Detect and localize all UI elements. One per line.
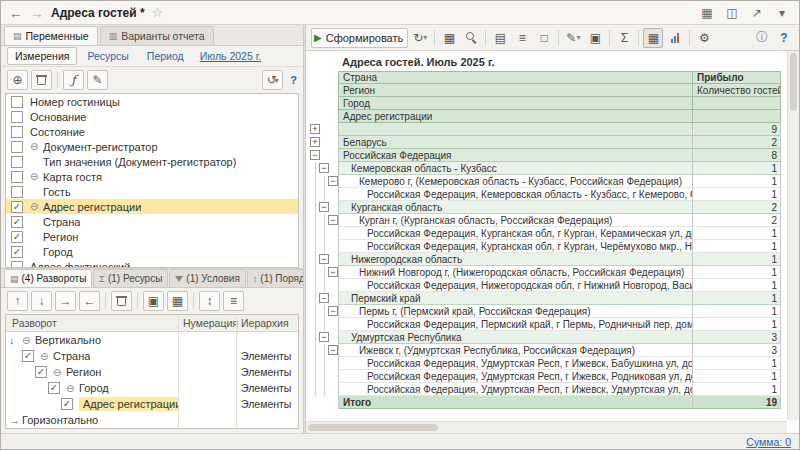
delete-row-button[interactable] bbox=[111, 291, 132, 311]
formula-button[interactable]: ƒ bbox=[63, 70, 84, 90]
report-row[interactable]: Итого19 bbox=[308, 396, 781, 409]
export-button[interactable]: ▦ bbox=[439, 28, 459, 48]
collapse-icon[interactable]: − bbox=[310, 150, 320, 160]
tab-dimensions[interactable]: Измерения bbox=[7, 47, 77, 65]
add-button[interactable]: ⊕ bbox=[7, 70, 28, 90]
checkbox[interactable]: ✓ bbox=[61, 398, 73, 410]
report-row[interactable]: Российская Федерация, Кемеровская област… bbox=[308, 188, 781, 201]
forward-icon[interactable]: → bbox=[30, 6, 44, 20]
report-row[interactable]: −Курганская область2 bbox=[308, 201, 781, 214]
generate-button[interactable]: ▶ Сформировать bbox=[311, 28, 408, 48]
expand-icon[interactable]: + bbox=[310, 137, 320, 147]
structure-row[interactable]: ↓⊖Вертикально bbox=[6, 332, 298, 348]
collapse-icon[interactable]: − bbox=[328, 306, 338, 316]
copy-report-button[interactable]: ▣ bbox=[585, 28, 605, 48]
report-row[interactable]: +9 bbox=[308, 123, 781, 136]
tab-report-variants[interactable]: ▥ Варианты отчета bbox=[100, 26, 214, 45]
sort-button[interactable]: ↕ bbox=[199, 291, 220, 311]
report-row[interactable]: Российская Федерация, Удмуртская Респ, г… bbox=[308, 357, 781, 370]
checkbox[interactable]: ✓ bbox=[11, 246, 23, 258]
checkbox[interactable]: ✓ bbox=[11, 201, 23, 213]
checkbox[interactable]: ✓ bbox=[48, 382, 60, 394]
settings-button[interactable]: ⚙ bbox=[694, 28, 714, 48]
columns-button[interactable]: ▦ bbox=[167, 291, 188, 311]
dimension-row[interactable]: Гость bbox=[6, 184, 298, 199]
tab-resources[interactable]: Ресурсы bbox=[79, 47, 136, 65]
checkbox[interactable]: ✓ bbox=[22, 350, 34, 362]
dimension-row[interactable]: ⊖Карта гостя bbox=[6, 169, 298, 184]
collapse-icon[interactable]: ⊖ bbox=[30, 201, 43, 212]
list-settings-button[interactable]: ≡ bbox=[223, 291, 244, 311]
dimension-row[interactable]: Состояние bbox=[6, 124, 298, 139]
dimension-row[interactable]: Тип значения (Документ-регистратор) bbox=[6, 154, 298, 169]
checkbox[interactable] bbox=[11, 261, 23, 269]
indent-right-button[interactable]: → bbox=[55, 291, 76, 311]
collapse-icon[interactable]: − bbox=[319, 332, 329, 342]
report-row[interactable]: Российская Федерация, Нижегородская обл,… bbox=[308, 279, 781, 292]
edit-button[interactable]: ✎ bbox=[87, 70, 108, 90]
report-row[interactable]: −Российская Федерация8 bbox=[308, 149, 781, 162]
checkbox[interactable] bbox=[11, 111, 23, 123]
dimension-row[interactable]: ✓Город bbox=[6, 244, 298, 259]
pin-window-icon[interactable]: ◫ bbox=[723, 4, 741, 22]
help-link[interactable]: ? bbox=[290, 74, 297, 86]
dimension-row[interactable]: ✓Регион bbox=[6, 229, 298, 244]
chart-view-button[interactable] bbox=[665, 28, 685, 48]
collapse-icon[interactable]: − bbox=[319, 293, 329, 303]
dimension-row[interactable]: ✓⊖Адрес регистрации bbox=[6, 199, 298, 214]
dimension-row[interactable]: Основание bbox=[6, 109, 298, 124]
period-link[interactable]: Июль 2025 г. bbox=[200, 50, 261, 62]
checkbox[interactable] bbox=[11, 96, 23, 108]
collapse-icon[interactable]: − bbox=[328, 345, 338, 355]
report-row[interactable]: −Нижний Новгород г, (Нижегородская облас… bbox=[308, 266, 781, 279]
report-row[interactable]: Российская Федерация, Удмуртская Респ, г… bbox=[308, 370, 781, 383]
checkbox[interactable]: ✓ bbox=[35, 366, 47, 378]
sum-link[interactable]: Сумма: 0 bbox=[746, 436, 791, 448]
report-row[interactable]: −Пермский край1 bbox=[308, 292, 781, 305]
structure-row[interactable]: ✓⊖СтранаЭлементы bbox=[6, 348, 298, 364]
collapse-icon[interactable]: − bbox=[328, 215, 338, 225]
horizontal-scroll-thumb[interactable] bbox=[308, 424, 438, 431]
collapse-icon[interactable]: ⊖ bbox=[66, 383, 79, 394]
collapse-icon[interactable]: − bbox=[328, 267, 338, 277]
help-button[interactable]: ? bbox=[774, 28, 794, 48]
edit-report-button[interactable]: ✎ ▾ bbox=[563, 28, 583, 48]
checkbox[interactable] bbox=[11, 126, 23, 138]
collapse-icon[interactable]: − bbox=[319, 202, 329, 212]
report-row[interactable]: −Курган г, (Курганская область, Российск… bbox=[308, 214, 781, 227]
tab-variables[interactable]: ▤ Переменные bbox=[4, 26, 98, 45]
tab-period[interactable]: Период bbox=[139, 47, 192, 65]
indent-left-button[interactable]: ← bbox=[79, 291, 100, 311]
tab-resources-bottom[interactable]: Σ (1) Ресурсы bbox=[93, 269, 168, 287]
tab-expansions[interactable]: ▤ (4) Развороты bbox=[4, 269, 92, 287]
save-button[interactable]: ▤ bbox=[490, 28, 510, 48]
print-button[interactable]: ≡ bbox=[512, 28, 532, 48]
delete-button[interactable] bbox=[31, 70, 52, 90]
collapse-icon[interactable]: − bbox=[319, 163, 329, 173]
copy-button[interactable]: ▣ bbox=[143, 291, 164, 311]
more-menu-icon[interactable]: ▾ bbox=[773, 4, 791, 22]
structure-row[interactable]: ✓⊖РегионЭлементы bbox=[6, 364, 298, 380]
move-down-button[interactable]: ↓ bbox=[31, 291, 52, 311]
dimension-row[interactable]: Номер гостиницы bbox=[6, 94, 298, 109]
vertical-scroll-thumb[interactable] bbox=[790, 53, 797, 111]
report-row[interactable]: −Ижевск г, (Удмуртская Республика, Росси… bbox=[308, 344, 781, 357]
report-row[interactable]: −Удмуртская Республика3 bbox=[308, 331, 781, 344]
table-view-button[interactable]: ▦ bbox=[643, 28, 663, 48]
horizontal-scrollbar[interactable] bbox=[306, 421, 787, 433]
refresh-button[interactable]: ↻ ▾ bbox=[410, 28, 430, 48]
report-row[interactable]: Российская Федерация, Удмуртская Респ, г… bbox=[308, 383, 781, 396]
report-row[interactable]: −Кемерово г, (Кемеровская область - Кузб… bbox=[308, 175, 781, 188]
checkbox[interactable] bbox=[11, 186, 23, 198]
info-button[interactable]: ⓘ bbox=[752, 28, 772, 48]
back-icon[interactable]: ← bbox=[9, 6, 23, 20]
open-new-window-icon[interactable]: ↗ bbox=[748, 4, 766, 22]
dimension-row[interactable]: ⊖Документ-регистратор bbox=[6, 139, 298, 154]
favorite-star-icon[interactable]: ☆ bbox=[152, 5, 164, 20]
report-row[interactable]: Российская Федерация, Курганская обл, г … bbox=[308, 240, 781, 253]
dimension-row[interactable]: ✓Страна bbox=[6, 214, 298, 229]
collapse-icon[interactable]: ⊖ bbox=[30, 171, 43, 182]
collapse-icon[interactable]: ⊖ bbox=[30, 141, 43, 152]
collapse-icon[interactable]: ⊖ bbox=[22, 335, 35, 346]
collapse-icon[interactable]: − bbox=[328, 176, 338, 186]
